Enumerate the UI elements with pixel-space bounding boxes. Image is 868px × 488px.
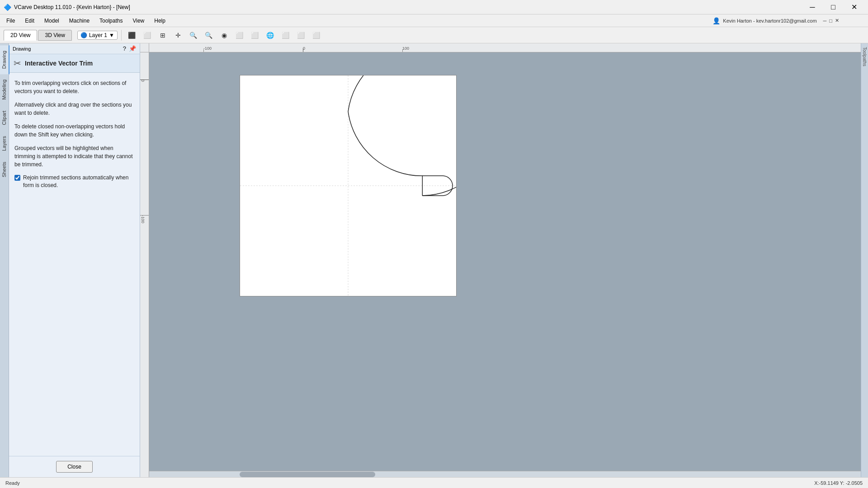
toolbar-zoom-in-btn[interactable]: 🔍 — [187, 29, 200, 42]
user-min-btn[interactable]: ─ — [823, 18, 827, 23]
menu-help[interactable]: Help — [150, 16, 170, 26]
scrollbar-thumb[interactable] — [240, 472, 375, 477]
ruler-tick-0 — [303, 48, 303, 52]
circle-path — [348, 75, 456, 196]
window-title: VCarve Desktop 11.010 - {Kevin Harton} -… — [14, 4, 130, 10]
layer-label: Layer 1 — [89, 32, 107, 38]
toolbar-grid-btn[interactable]: ⊞ — [156, 29, 170, 42]
ruler-label-100: 100 — [402, 46, 409, 51]
instruction-2: Alternatively click and drag over the se… — [14, 101, 134, 117]
titlebar-controls: ─ □ ✕ — [802, 0, 864, 14]
instruction-3: To delete closed non-overlapping vectors… — [14, 122, 134, 139]
toolbar-zoom-circle-btn[interactable]: ◉ — [217, 29, 231, 42]
toolbar-globe-btn[interactable]: 🌐 — [264, 29, 277, 42]
toolbar-tile2-btn[interactable]: ⬜ — [294, 29, 308, 42]
menu-model[interactable]: Model — [40, 16, 64, 26]
toolbar-fit-btn[interactable]: ⬛ — [125, 29, 139, 42]
ruler-label-minus100: -100 — [203, 46, 212, 51]
main-layout: Drawing Modeling Clipart Layers Sheets D… — [0, 43, 868, 477]
sidebar-item-sheets[interactable]: Sheets — [0, 156, 9, 183]
panel-title: Interactive Vector Trim — [25, 60, 93, 67]
vector-drawing — [240, 75, 456, 296]
ruler-corner — [140, 43, 149, 52]
horizontal-scrollbar[interactable] — [149, 471, 861, 477]
panel-footer: Close — [9, 456, 140, 477]
sidebar-item-layers[interactable]: Layers — [0, 131, 9, 156]
tab-path — [422, 176, 453, 196]
rejoin-label: Rejoin trimmed sections automatically wh… — [23, 174, 134, 189]
menu-edit[interactable]: Edit — [20, 16, 39, 26]
titlebar: 🔷 VCarve Desktop 11.010 - {Kevin Harton}… — [0, 0, 868, 14]
sidebar-item-modeling[interactable]: Modeling — [0, 74, 9, 105]
ruler-tick-m100 — [203, 49, 204, 52]
trim-icon: ✂ — [14, 58, 21, 69]
toolbar-select-btn[interactable]: ⬜ — [141, 29, 154, 42]
tab-2d-view[interactable]: 2D View — [4, 30, 37, 41]
close-panel-button[interactable]: Close — [56, 461, 93, 473]
toolbar-crosshair-btn[interactable]: ✛ — [171, 29, 185, 42]
ruler-left: 0 -100 — [140, 52, 149, 477]
menu-machine[interactable]: Machine — [65, 16, 94, 26]
rejoin-checkbox-row: Rejoin trimmed sections automatically wh… — [14, 174, 134, 189]
toolbar-tile1-btn[interactable]: ⬜ — [279, 29, 292, 42]
panel-header: ✂ Interactive Vector Trim — [9, 54, 140, 73]
titlebar-left: 🔷 VCarve Desktop 11.010 - {Kevin Harton}… — [4, 4, 130, 11]
instruction-1: To trim overlapping vectors click on sec… — [14, 79, 134, 95]
menubar: File Edit Model Machine Toolpaths View H… — [0, 14, 868, 27]
layer-icon: 🔵 — [80, 32, 87, 38]
view-tab-group: 2D View 3D View — [4, 30, 72, 41]
ruler-tick-left-0 — [140, 80, 149, 80]
maximize-button[interactable]: □ — [823, 0, 844, 14]
instruction-4: Grouped vectors will be highlighted when… — [14, 144, 134, 169]
tool-panel: Drawing ? 📌 ✂ Interactive Vector Trim To… — [9, 43, 140, 477]
menu-toolpaths[interactable]: Toolpaths — [95, 16, 127, 26]
ruler-tick-left-m100 — [140, 215, 149, 216]
toolbar-tile3-btn[interactable]: ⬜ — [310, 29, 323, 42]
rejoin-checkbox[interactable] — [14, 175, 20, 181]
user-info: 👤 Kevin Harton - kev.hartonr102@gmail.co… — [712, 17, 839, 24]
panel-help-icon[interactable]: ? — [123, 45, 126, 52]
toolbar-zoom-out-btn[interactable]: 🔍 — [202, 29, 216, 42]
panel-title-bar: Drawing ? 📌 — [9, 43, 140, 54]
toolbar-view1-btn[interactable]: ⬜ — [233, 29, 246, 42]
side-tabs: Drawing Modeling Clipart Layers Sheets — [0, 43, 9, 477]
white-canvas — [240, 75, 457, 296]
menu-file[interactable]: File — [2, 16, 19, 26]
layer-dropdown-icon: ▼ — [109, 32, 114, 38]
toolbar-separator-1 — [121, 30, 122, 41]
close-button[interactable]: ✕ — [844, 0, 864, 14]
panel-content: To trim overlapping vectors click on sec… — [9, 73, 140, 456]
right-tab-toolpaths[interactable]: Toolpaths — [861, 43, 868, 70]
ruler-top: -100 0 100 — [149, 43, 861, 52]
user-name: Kevin Harton - kev.hartonr102@gmail.com — [723, 18, 816, 23]
statusbar: Ready X:-59.1149 Y: -2.0505 — [0, 477, 868, 488]
toolbar-view2-btn[interactable]: ⬜ — [248, 29, 262, 42]
tab-3d-view[interactable]: 3D View — [38, 30, 71, 41]
user-max-btn[interactable]: □ — [829, 18, 832, 23]
sidebar-item-clipart[interactable]: Clipart — [0, 105, 9, 131]
menu-view[interactable]: View — [128, 16, 149, 26]
minimize-button[interactable]: ─ — [802, 0, 823, 14]
ruler-tick-100 — [402, 49, 403, 52]
layer-selector[interactable]: 🔵 Layer 1 ▼ — [77, 31, 118, 40]
status-ready: Ready — [5, 480, 20, 486]
panel-tab-label: Drawing — [13, 46, 31, 52]
toolbar: 2D View 3D View 🔵 Layer 1 ▼ ⬛ ⬜ ⊞ ✛ 🔍 🔍 … — [0, 27, 868, 43]
ruler-label-left-m100: -100 — [141, 215, 145, 223]
right-sidebar: Toolpaths — [861, 43, 868, 477]
sidebar-item-drawing[interactable]: Drawing — [0, 45, 9, 74]
panel-title-actions: ? 📌 — [123, 45, 136, 52]
canvas-area[interactable]: -100 0 100 0 -100 — [140, 43, 861, 477]
user-icon: 👤 — [712, 17, 720, 24]
panel-pin-icon[interactable]: 📌 — [129, 45, 136, 52]
user-close-btn[interactable]: ✕ — [835, 18, 839, 23]
coordinates: X:-59.1149 Y: -2.0505 — [814, 480, 863, 486]
app-icon: 🔷 — [4, 4, 11, 11]
